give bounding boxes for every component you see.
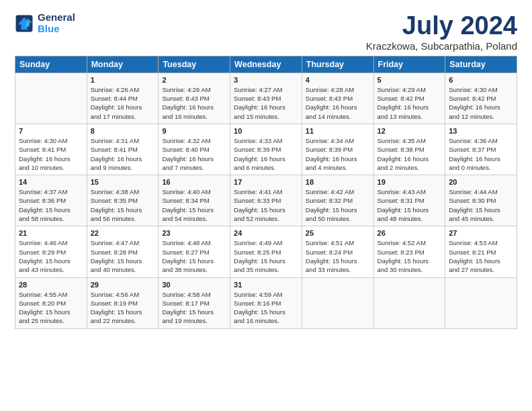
day-info: Sunrise: 4:26 AM Sunset: 8:43 PM Dayligh… xyxy=(162,85,226,121)
day-info: Sunrise: 4:40 AM Sunset: 8:34 PM Dayligh… xyxy=(162,187,226,223)
calendar-cell: 26Sunrise: 4:52 AM Sunset: 8:23 PM Dayli… xyxy=(373,226,445,277)
calendar-page: General Blue July 2024 Kraczkowa, Subcar… xyxy=(0,0,532,337)
day-number: 24 xyxy=(234,229,298,237)
day-number: 20 xyxy=(449,178,513,186)
day-info: Sunrise: 4:41 AM Sunset: 8:33 PM Dayligh… xyxy=(234,187,298,223)
day-info: Sunrise: 4:43 AM Sunset: 8:31 PM Dayligh… xyxy=(378,187,442,223)
logo-text: General Blue xyxy=(38,12,75,34)
calendar-cell: 6Sunrise: 4:30 AM Sunset: 8:42 PM Daylig… xyxy=(445,73,517,124)
calendar-cell: 13Sunrise: 4:36 AM Sunset: 8:37 PM Dayli… xyxy=(445,124,517,175)
day-info: Sunrise: 4:42 AM Sunset: 8:32 PM Dayligh… xyxy=(306,187,370,223)
day-info: Sunrise: 4:48 AM Sunset: 8:27 PM Dayligh… xyxy=(162,238,226,274)
calendar-cell: 23Sunrise: 4:48 AM Sunset: 8:27 PM Dayli… xyxy=(159,226,230,277)
day-number: 23 xyxy=(162,229,226,237)
calendar-cell: 31Sunrise: 4:59 AM Sunset: 8:16 PM Dayli… xyxy=(230,277,302,328)
day-info: Sunrise: 4:52 AM Sunset: 8:23 PM Dayligh… xyxy=(378,238,442,274)
day-number: 2 xyxy=(162,76,226,84)
day-info: Sunrise: 4:34 AM Sunset: 8:39 PM Dayligh… xyxy=(306,136,370,172)
day-number: 16 xyxy=(162,178,226,186)
day-number: 8 xyxy=(91,127,155,135)
day-number: 30 xyxy=(162,281,226,289)
calendar-cell: 1Sunrise: 4:26 AM Sunset: 8:44 PM Daylig… xyxy=(87,73,159,124)
day-number: 13 xyxy=(449,127,513,135)
day-info: Sunrise: 4:37 AM Sunset: 8:36 PM Dayligh… xyxy=(19,187,83,223)
day-info: Sunrise: 4:33 AM Sunset: 8:39 PM Dayligh… xyxy=(234,136,298,172)
day-number: 21 xyxy=(19,229,83,237)
calendar-cell: 18Sunrise: 4:42 AM Sunset: 8:32 PM Dayli… xyxy=(302,175,373,226)
day-number: 10 xyxy=(234,127,298,135)
day-number: 19 xyxy=(378,178,442,186)
day-number: 3 xyxy=(234,76,298,84)
day-info: Sunrise: 4:53 AM Sunset: 8:21 PM Dayligh… xyxy=(449,238,513,274)
day-info: Sunrise: 4:44 AM Sunset: 8:30 PM Dayligh… xyxy=(449,187,513,223)
calendar-cell: 5Sunrise: 4:29 AM Sunset: 8:42 PM Daylig… xyxy=(373,73,445,124)
calendar-cell: 9Sunrise: 4:32 AM Sunset: 8:40 PM Daylig… xyxy=(159,124,230,175)
calendar-cell: 11Sunrise: 4:34 AM Sunset: 8:39 PM Dayli… xyxy=(302,124,373,175)
day-info: Sunrise: 4:56 AM Sunset: 8:19 PM Dayligh… xyxy=(91,290,155,326)
day-number: 25 xyxy=(306,229,370,237)
day-info: Sunrise: 4:31 AM Sunset: 8:41 PM Dayligh… xyxy=(91,136,155,172)
day-info: Sunrise: 4:26 AM Sunset: 8:44 PM Dayligh… xyxy=(91,85,155,121)
calendar-cell: 16Sunrise: 4:40 AM Sunset: 8:34 PM Dayli… xyxy=(159,175,230,226)
day-info: Sunrise: 4:29 AM Sunset: 8:42 PM Dayligh… xyxy=(378,85,442,121)
calendar-cell: 4Sunrise: 4:28 AM Sunset: 8:43 PM Daylig… xyxy=(302,73,373,124)
day-number: 27 xyxy=(449,229,513,237)
col-header-friday: Friday xyxy=(373,56,445,73)
calendar-cell: 22Sunrise: 4:47 AM Sunset: 8:28 PM Dayli… xyxy=(87,226,159,277)
day-number: 12 xyxy=(378,127,442,135)
day-number: 29 xyxy=(91,281,155,289)
day-info: Sunrise: 4:51 AM Sunset: 8:24 PM Dayligh… xyxy=(306,238,370,274)
logo-icon xyxy=(15,14,34,33)
day-number: 1 xyxy=(91,76,155,84)
week-row-1: 1Sunrise: 4:26 AM Sunset: 8:44 PM Daylig… xyxy=(15,73,517,124)
calendar-cell: 29Sunrise: 4:56 AM Sunset: 8:19 PM Dayli… xyxy=(87,277,159,328)
calendar-cell: 10Sunrise: 4:33 AM Sunset: 8:39 PM Dayli… xyxy=(230,124,302,175)
day-info: Sunrise: 4:49 AM Sunset: 8:25 PM Dayligh… xyxy=(234,238,298,274)
calendar-cell: 15Sunrise: 4:38 AM Sunset: 8:35 PM Dayli… xyxy=(87,175,159,226)
day-info: Sunrise: 4:59 AM Sunset: 8:16 PM Dayligh… xyxy=(234,290,298,326)
day-number: 18 xyxy=(306,178,370,186)
col-header-wednesday: Wednesday xyxy=(230,56,302,73)
day-info: Sunrise: 4:58 AM Sunset: 8:17 PM Dayligh… xyxy=(162,290,226,326)
day-number: 15 xyxy=(91,178,155,186)
calendar-cell xyxy=(15,73,87,124)
col-header-tuesday: Tuesday xyxy=(159,56,230,73)
calendar-cell: 20Sunrise: 4:44 AM Sunset: 8:30 PM Dayli… xyxy=(445,175,517,226)
day-info: Sunrise: 4:36 AM Sunset: 8:37 PM Dayligh… xyxy=(449,136,513,172)
week-row-3: 14Sunrise: 4:37 AM Sunset: 8:36 PM Dayli… xyxy=(15,175,517,226)
col-header-thursday: Thursday xyxy=(302,56,373,73)
calendar-cell: 24Sunrise: 4:49 AM Sunset: 8:25 PM Dayli… xyxy=(230,226,302,277)
calendar-cell: 17Sunrise: 4:41 AM Sunset: 8:33 PM Dayli… xyxy=(230,175,302,226)
day-info: Sunrise: 4:30 AM Sunset: 8:41 PM Dayligh… xyxy=(19,136,83,172)
day-number: 5 xyxy=(378,76,442,84)
day-info: Sunrise: 4:28 AM Sunset: 8:43 PM Dayligh… xyxy=(306,85,370,121)
day-info: Sunrise: 4:35 AM Sunset: 8:38 PM Dayligh… xyxy=(378,136,442,172)
day-number: 4 xyxy=(306,76,370,84)
subtitle: Kraczkowa, Subcarpathia, Poland xyxy=(366,40,517,52)
header: General Blue July 2024 Kraczkowa, Subcar… xyxy=(15,12,517,52)
calendar-cell: 21Sunrise: 4:46 AM Sunset: 8:29 PM Dayli… xyxy=(15,226,87,277)
col-header-saturday: Saturday xyxy=(445,56,517,73)
calendar-cell: 30Sunrise: 4:58 AM Sunset: 8:17 PM Dayli… xyxy=(159,277,230,328)
day-number: 28 xyxy=(19,281,83,289)
main-title: July 2024 xyxy=(366,12,517,40)
col-header-monday: Monday xyxy=(87,56,159,73)
title-block: July 2024 Kraczkowa, Subcarpathia, Polan… xyxy=(366,12,517,52)
header-row: SundayMondayTuesdayWednesdayThursdayFrid… xyxy=(15,56,517,73)
calendar-cell xyxy=(302,277,373,328)
day-info: Sunrise: 4:55 AM Sunset: 8:20 PM Dayligh… xyxy=(19,290,83,326)
calendar-cell xyxy=(373,277,445,328)
calendar-cell: 2Sunrise: 4:26 AM Sunset: 8:43 PM Daylig… xyxy=(159,73,230,124)
day-info: Sunrise: 4:27 AM Sunset: 8:43 PM Dayligh… xyxy=(234,85,298,121)
calendar-cell: 27Sunrise: 4:53 AM Sunset: 8:21 PM Dayli… xyxy=(445,226,517,277)
calendar-cell: 12Sunrise: 4:35 AM Sunset: 8:38 PM Dayli… xyxy=(373,124,445,175)
day-info: Sunrise: 4:30 AM Sunset: 8:42 PM Dayligh… xyxy=(449,85,513,121)
calendar-cell: 8Sunrise: 4:31 AM Sunset: 8:41 PM Daylig… xyxy=(87,124,159,175)
week-row-4: 21Sunrise: 4:46 AM Sunset: 8:29 PM Dayli… xyxy=(15,226,517,277)
calendar-cell: 28Sunrise: 4:55 AM Sunset: 8:20 PM Dayli… xyxy=(15,277,87,328)
day-number: 6 xyxy=(449,76,513,84)
day-number: 26 xyxy=(378,229,442,237)
day-number: 17 xyxy=(234,178,298,186)
week-row-5: 28Sunrise: 4:55 AM Sunset: 8:20 PM Dayli… xyxy=(15,277,517,328)
day-number: 14 xyxy=(19,178,83,186)
